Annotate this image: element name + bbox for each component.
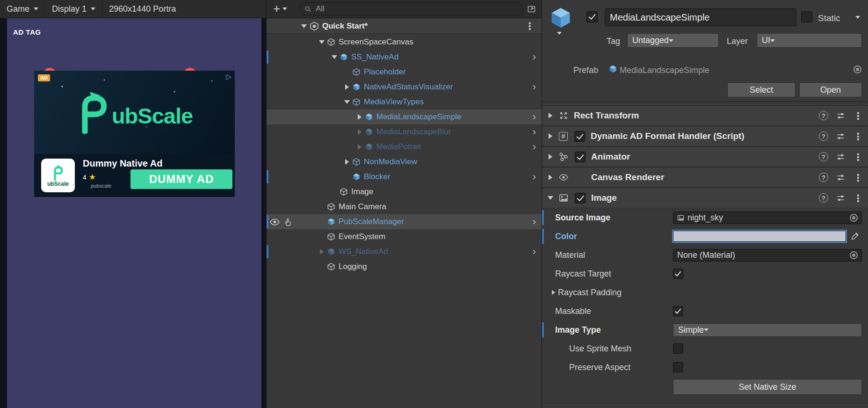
- object-picker-icon[interactable]: [850, 251, 858, 259]
- hierarchy-row-eventsystem[interactable]: EventSystem: [267, 229, 542, 244]
- component-header-rect-transform[interactable]: Rect Transform ? ⋮: [542, 105, 868, 126]
- help-icon[interactable]: ?: [819, 173, 828, 182]
- component-menu-icon[interactable]: ⋮: [853, 131, 863, 141]
- hierarchy-row-image[interactable]: Image: [267, 184, 542, 199]
- component-enabled-checkbox[interactable]: [575, 193, 586, 204]
- prefab-open-chevron[interactable]: ›: [533, 127, 536, 137]
- foldout-arrow[interactable]: [546, 113, 555, 118]
- prefab-select-button[interactable]: Select: [727, 82, 796, 97]
- search-input[interactable]: [315, 4, 518, 14]
- set-native-size-button[interactable]: Set Native Size: [673, 379, 862, 395]
- hierarchy-row-logging[interactable]: Logging: [267, 259, 542, 274]
- layer-dropdown[interactable]: UI: [757, 33, 862, 48]
- game-tab-dropdown[interactable]: Game: [0, 0, 45, 18]
- prefab-open-chevron[interactable]: ›: [533, 142, 536, 152]
- component-menu-icon[interactable]: ⋮: [853, 193, 863, 203]
- native-ad-card[interactable]: ubScale AD ▷ ubScale Dummy Native Ad 4 ★…: [34, 71, 235, 197]
- hierarchy-row-ss-nativead[interactable]: SS_NativeAd ›: [267, 50, 542, 65]
- hierarchy-row-pubscalemanager[interactable]: PubScaleManager ›: [267, 214, 542, 229]
- help-icon[interactable]: ?: [819, 111, 828, 120]
- static-options-chevron[interactable]: [855, 16, 860, 19]
- scene-menu-icon[interactable]: ⋮: [525, 21, 535, 31]
- foldout-arrow[interactable]: [342, 159, 352, 165]
- component-header-dynamic-ad-format-handler[interactable]: # Dynamic AD Format Handler (Script) ? ⋮: [542, 126, 868, 146]
- foldout-arrow[interactable]: [330, 55, 339, 59]
- foldout-arrow[interactable]: [546, 154, 555, 160]
- prefab-open-chevron[interactable]: ›: [533, 217, 536, 227]
- prefab-picker-icon[interactable]: [854, 66, 861, 73]
- active-checkbox[interactable]: [586, 11, 598, 22]
- foldout-arrow[interactable]: [355, 144, 364, 150]
- component-menu-icon[interactable]: ⋮: [853, 173, 863, 182]
- tag-dropdown[interactable]: Untagged: [627, 33, 719, 48]
- visibility-eye-icon[interactable]: [270, 219, 280, 226]
- foldout-arrow[interactable]: [546, 175, 555, 180]
- prefab-asset-name[interactable]: MediaLandscapeSimple: [620, 66, 709, 75]
- hierarchy-row-placeholder[interactable]: Placeholder: [267, 65, 542, 80]
- scene-picker-icon[interactable]: [527, 5, 536, 14]
- foldout-arrow[interactable]: [355, 129, 364, 135]
- display-dropdown[interactable]: Display 1: [45, 0, 102, 18]
- component-menu-icon[interactable]: ⋮: [853, 152, 863, 162]
- presets-icon[interactable]: [836, 153, 845, 161]
- hierarchy-row-mediaviewtypes[interactable]: MediaViewTypes: [267, 95, 542, 109]
- preserve-aspect-checkbox[interactable]: [673, 362, 683, 372]
- hierarchy-row-ws-nativead[interactable]: WS_NativeAd ›: [267, 244, 542, 259]
- adchoices-icon[interactable]: ▷: [226, 73, 231, 81]
- object-name-input[interactable]: [605, 8, 796, 26]
- raycast-target-checkbox[interactable]: [673, 269, 683, 279]
- foldout-arrow[interactable]: [546, 133, 555, 139]
- source-image-field[interactable]: night_sky: [673, 211, 862, 224]
- prefab-open-button[interactable]: Open: [799, 82, 862, 97]
- hierarchy-row-nativeadstatusvisualizer[interactable]: NativeAdStatusVisualizer ›: [267, 80, 542, 95]
- scene-header-quick-start[interactable]: Quick Start* ⋮: [267, 19, 542, 34]
- icon-select-chevron[interactable]: [557, 32, 562, 35]
- image-type-dropdown[interactable]: Simple: [673, 323, 862, 337]
- maskable-checkbox[interactable]: [673, 306, 683, 316]
- hierarchy-row-mediapotrait[interactable]: MediaPotrait ›: [267, 139, 542, 154]
- hierarchy-row-medialandscapeblur[interactable]: MediaLandscapeBlur ›: [267, 124, 542, 139]
- foldout-arrow[interactable]: [317, 40, 326, 44]
- presets-icon[interactable]: [836, 194, 845, 203]
- help-icon[interactable]: ?: [819, 131, 828, 141]
- hierarchy-search[interactable]: [299, 2, 523, 15]
- presets-icon[interactable]: [836, 173, 845, 182]
- use-sprite-mesh-checkbox[interactable]: [673, 343, 683, 354]
- material-field[interactable]: None (Material): [673, 249, 862, 262]
- create-object-button[interactable]: +: [267, 0, 292, 18]
- component-header-image[interactable]: Image ? ⋮: [542, 188, 868, 208]
- hierarchy-row-medialandscapesimple[interactable]: MediaLandscapeSimple ›: [267, 109, 542, 124]
- prefab-open-chevron[interactable]: ›: [533, 52, 536, 62]
- component-enabled-checkbox[interactable]: [575, 152, 586, 162]
- component-menu-icon[interactable]: ⋮: [853, 111, 863, 121]
- picking-hand-icon[interactable]: [284, 218, 292, 226]
- foldout-arrow[interactable]: [546, 196, 555, 200]
- object-picker-icon[interactable]: [850, 214, 858, 222]
- foldout-arrow[interactable]: [317, 249, 326, 255]
- foldout-arrow[interactable]: [549, 290, 558, 295]
- property-row-raycast-padding[interactable]: Raycast Padding: [542, 283, 868, 302]
- component-enabled-checkbox[interactable]: [574, 131, 585, 142]
- help-icon[interactable]: ?: [819, 193, 828, 203]
- prefab-open-chevron[interactable]: ›: [533, 172, 536, 182]
- prefab-open-chevron[interactable]: ›: [533, 247, 536, 257]
- prefab-open-chevron[interactable]: ›: [533, 112, 536, 122]
- hierarchy-row-nonmediaview[interactable]: NonMediaView: [267, 154, 542, 169]
- foldout-arrow[interactable]: [342, 84, 352, 90]
- resolution-dropdown[interactable]: 2960x1440 Portra: [102, 0, 266, 18]
- ad-cta-button[interactable]: DUMMY AD: [130, 169, 232, 189]
- color-swatch[interactable]: [673, 231, 846, 242]
- gameobject-big-icon[interactable]: [549, 6, 573, 30]
- static-checkbox[interactable]: [801, 11, 812, 22]
- help-icon[interactable]: ?: [819, 152, 828, 161]
- presets-icon[interactable]: [836, 111, 845, 120]
- foldout-arrow[interactable]: [299, 24, 309, 28]
- hierarchy-row-blocker[interactable]: Blocker ›: [267, 169, 542, 184]
- presets-icon[interactable]: [836, 132, 845, 141]
- prefab-open-chevron[interactable]: ›: [533, 82, 536, 92]
- foldout-arrow[interactable]: [342, 100, 352, 104]
- hierarchy-row-screenspacecanvas[interactable]: ScreenSpaceCanvas: [267, 35, 542, 50]
- hierarchy-row-main-camera[interactable]: Main Camera: [267, 199, 542, 214]
- component-header-animator[interactable]: Animator ? ⋮: [542, 146, 868, 167]
- eyedropper-icon[interactable]: [850, 232, 860, 241]
